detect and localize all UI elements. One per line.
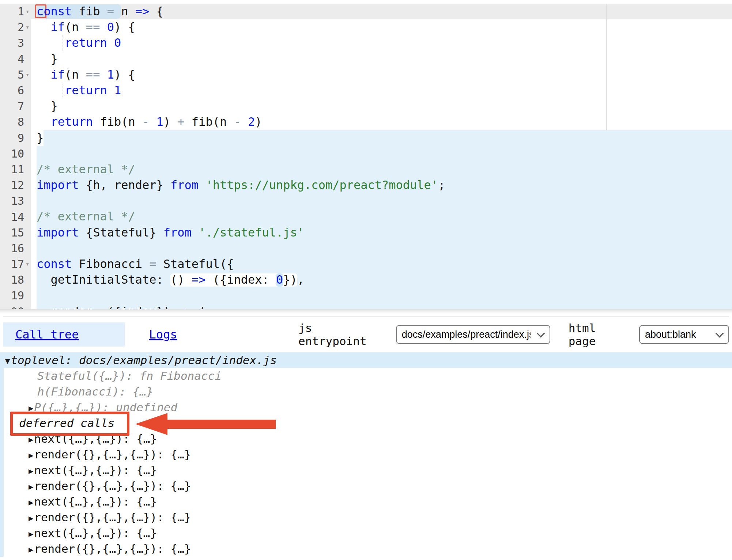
debug-panel-header: Call tree (F2) Logs (F3) js entrypoint d…: [3, 322, 729, 347]
call-tree-row[interactable]: ▶render({},{…},{…}): {…}: [4, 447, 732, 462]
fold-arrow-icon[interactable]: ▾: [24, 24, 31, 30]
line-number-gutter: 18: [0, 272, 31, 288]
call-tree-row[interactable]: ▶next({…},{…}): {…}: [4, 462, 732, 478]
code-line-text[interactable]: [31, 241, 732, 256]
code-line-text[interactable]: getInitialState: () => ({index: 0}),: [31, 272, 732, 288]
code-line: 17▾const Fibonacci = Stateful({: [0, 256, 732, 272]
code-line-text[interactable]: return fib(n - 1) + fib(n - 2): [31, 114, 732, 130]
expand-arrow-icon[interactable]: ▶: [29, 432, 33, 447]
editor-bottom-shadow: [0, 309, 732, 314]
line-number: 6: [18, 84, 24, 97]
expand-arrow-icon[interactable]: ▶: [29, 400, 33, 416]
code-line: 9}: [0, 130, 732, 146]
call-tree-row-label: render({},{…},{…}): {…}: [34, 448, 191, 461]
column-ruler: [606, 4, 607, 130]
line-number-gutter: 20: [0, 304, 31, 309]
call-tree-row-label: toplevel: docs/examples/preact/index.js: [11, 353, 277, 367]
code-line-text[interactable]: [31, 146, 732, 162]
code-line-text[interactable]: import {h, render} from 'https://unpkg.c…: [31, 177, 732, 193]
expand-arrow-icon[interactable]: ▶: [29, 479, 33, 495]
line-number-gutter: 1▾: [0, 4, 31, 19]
code-line-text[interactable]: render: ({index}) => (: [31, 304, 732, 309]
call-tree-row-label: next({…},{…}): {…}: [34, 463, 157, 477]
code-tokens: import {h, render} from 'https://unpkg.c…: [37, 178, 445, 192]
code-line: 13: [0, 193, 732, 209]
line-number-gutter: 5▾: [0, 67, 31, 83]
line-number: 15: [11, 226, 24, 239]
line-number: 19: [11, 289, 24, 302]
code-tokens: getInitialState: () => ({index: 0}),: [37, 273, 304, 287]
call-tree-row[interactable]: ▶P({…},{…}): undefined: [4, 400, 732, 415]
code-line-text[interactable]: return 1: [31, 83, 732, 98]
expand-arrow-icon[interactable]: ▶: [29, 495, 33, 510]
code-line: 1▾const fib = n => {: [0, 4, 732, 19]
line-number-gutter: 10: [0, 146, 31, 162]
code-line: 20 render: ({index}) => (: [0, 304, 732, 309]
call-tree-row-label: P({…},{…}): undefined: [34, 401, 177, 414]
code-line: 14/* external */: [0, 209, 732, 224]
code-line-text[interactable]: const fib = n => {: [31, 4, 732, 19]
line-number-gutter: 17▾: [0, 256, 31, 272]
call-tree-row[interactable]: Stateful({…}): fn Fibonacci: [4, 368, 732, 384]
code-line: 15import {Stateful} from './stateful.js': [0, 225, 732, 241]
html-page-select[interactable]: about:blank: [639, 325, 729, 344]
call-tree-row[interactable]: ▼toplevel: docs/examples/preact/index.js: [4, 352, 732, 368]
code-tokens: }: [37, 131, 44, 145]
call-tree-row-label: render({},{…},{…}): {…}: [34, 479, 191, 492]
html-page-select-wrap: about:blank: [639, 325, 729, 344]
call-tree-row[interactable]: ▶render({},{…},{…}): {…}: [4, 510, 732, 525]
call-tree-row-label: deferred calls: [19, 416, 114, 430]
expand-arrow-icon[interactable]: ▶: [29, 447, 33, 463]
call-tree-row[interactable]: h(Fibonacci): {…}: [4, 384, 732, 400]
code-line-text[interactable]: }: [31, 130, 732, 146]
code-line-text[interactable]: [31, 288, 732, 303]
line-number-gutter: 13: [0, 193, 31, 209]
code-line: 5▾ if(n == 1) {: [0, 67, 732, 83]
call-tree-row[interactable]: ▶render({},{…},{…}): {…}: [4, 541, 732, 557]
fold-arrow-icon[interactable]: ▾: [24, 8, 31, 15]
call-tree-row-label: next({…},{…}): {…}: [34, 526, 157, 540]
call-tree-row[interactable]: ▶render({},{…},{…}): {…}: [4, 478, 732, 494]
fold-arrow-icon[interactable]: ▾: [24, 72, 31, 78]
expand-arrow-icon[interactable]: ▶: [29, 463, 33, 479]
code-line: 4 }: [0, 51, 732, 67]
code-line-text[interactable]: }: [31, 98, 732, 114]
selection-highlight: [37, 241, 732, 256]
code-tokens: /* external */: [37, 162, 135, 176]
call-tree-row[interactable]: deferred calls: [4, 415, 732, 431]
code-editor[interactable]: 1▾const fib = n => {2▾ if(n == 0) {3 ret…: [0, 0, 732, 309]
code-line: 19: [0, 288, 732, 303]
call-tree-row[interactable]: ▶next({…},{…}): {…}: [4, 494, 732, 510]
call-tree-row[interactable]: ▶next({…},{…}): {…}: [4, 431, 732, 447]
code-line-text[interactable]: return 0: [31, 35, 732, 51]
code-tokens: import {Stateful} from './stateful.js': [37, 226, 304, 239]
line-number-gutter: 3: [0, 35, 31, 51]
call-tree-row[interactable]: ▶next({…},{…}): {…}: [4, 525, 732, 541]
js-entrypoint-select[interactable]: docs/examples/preact/index.js: [396, 325, 550, 344]
line-number: 4: [18, 53, 24, 65]
code-line-text[interactable]: const Fibonacci = Stateful({: [31, 256, 732, 272]
call-tree-rows: ▼toplevel: docs/examples/preact/index.js…: [4, 352, 732, 557]
expand-arrow-icon[interactable]: ▶: [29, 526, 33, 542]
tab-call-tree[interactable]: Call tree (F2): [3, 322, 125, 347]
line-number-gutter: 7: [0, 98, 31, 114]
code-line-text[interactable]: import {Stateful} from './stateful.js': [31, 225, 732, 241]
line-number: 18: [11, 273, 24, 286]
debugger-screen: 1▾const fib = n => {2▾ if(n == 0) {3 ret…: [0, 0, 732, 560]
collapse-arrow-icon[interactable]: ▼: [5, 353, 10, 369]
code-line-text[interactable]: [31, 193, 732, 209]
fold-arrow-icon[interactable]: ▾: [24, 261, 31, 267]
selection-highlight: [37, 288, 732, 303]
call-tree-row-label: h(Fibonacci): {…}: [37, 385, 153, 398]
code-line-text[interactable]: /* external */: [31, 162, 732, 177]
expand-arrow-icon[interactable]: ▶: [29, 510, 33, 526]
tab-logs[interactable]: Logs (F3): [149, 322, 211, 347]
line-number: 14: [11, 211, 24, 223]
code-line-text[interactable]: if(n == 0) {: [31, 19, 732, 35]
code-line-text[interactable]: }: [31, 51, 732, 67]
code-line-text[interactable]: /* external */: [31, 209, 732, 224]
selection-highlight: [37, 209, 732, 224]
code-tokens: /* external */: [37, 209, 135, 223]
expand-arrow-icon[interactable]: ▶: [29, 542, 33, 557]
code-line-text[interactable]: if(n == 1) {: [31, 67, 732, 83]
